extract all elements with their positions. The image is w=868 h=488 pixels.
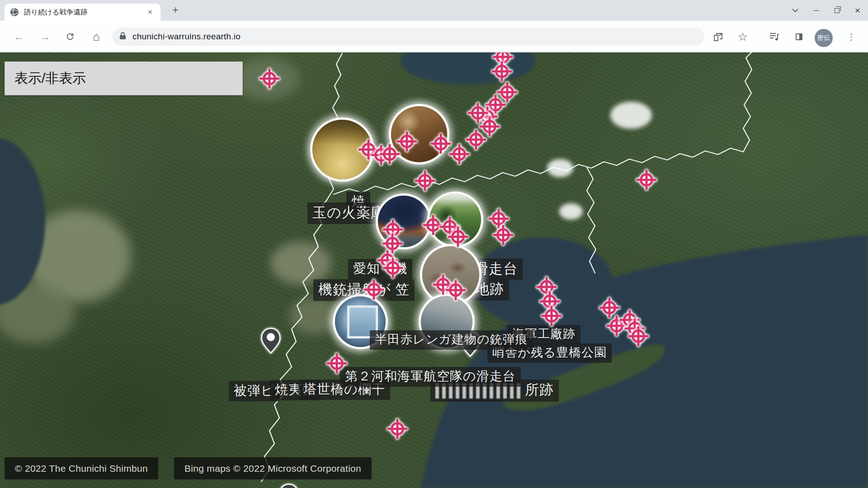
minimize-button[interactable] [806,0,826,21]
tab-title: 語り続ける戦争遺跡 [24,8,145,17]
attribution-chunichi: © 2022 The Chunichi Shimbun [5,457,158,479]
war-site-marker[interactable] [541,305,562,327]
globe-favicon-icon [10,8,19,17]
profile-avatar[interactable]: 密伝 [815,29,833,47]
attribution-bing: Bing maps © 2022 Microsoft Corporation [174,457,372,479]
restore-button[interactable] [826,0,847,21]
war-site-marker[interactable] [627,325,649,347]
war-site-marker[interactable] [492,224,514,246]
war-site-marker[interactable] [259,68,280,89]
tab-close-icon[interactable]: × [145,8,155,17]
war-site-marker[interactable] [491,61,513,82]
map-site-label-text: 第２河和海軍航空隊の滑走台 [345,369,516,383]
back-button[interactable]: ← [12,30,26,43]
war-site-marker[interactable] [448,143,470,165]
browser-tab[interactable]: 語り続ける戦争遺跡 × [5,4,160,21]
map-site-label-text: 被弾ピ [234,383,275,398]
browser-chrome: 語り続ける戦争遺跡 × + × ← → ⌂ [0,0,868,52]
tab-strip: 語り続ける戦争遺跡 × + × [0,0,868,21]
chevron-down-icon[interactable] [785,0,806,21]
bookmark-star-icon[interactable]: ☆ [735,29,750,44]
map-site-label[interactable]: 第２河和海軍航空隊の滑走台 [340,367,521,387]
war-site-marker[interactable] [382,257,404,279]
side-panel-icon[interactable] [791,29,807,44]
map-viewport[interactable]: 焼玉の火薬庫愛知 機機銃掃射が 笠滑走台地跡半田赤レンガ建物の銃弾痕海軍工廠跡哨… [0,0,868,488]
window-controls: × [785,0,868,21]
reload-button[interactable] [63,30,77,43]
browser-toolbar: ← → ⌂ chunichi-warruins.reearth.io ☆ 密伝 … [0,21,868,52]
war-site-marker[interactable] [379,143,401,165]
layer-visibility-toggle-label: 表示/非表示 [14,69,86,88]
browser-window: 焼玉の火薬庫愛知 機機銃掃射が 笠滑走台地跡半田赤レンガ建物の銃弾痕海軍工廠跡哨… [0,0,868,488]
map-pin[interactable] [261,328,281,354]
war-site-marker[interactable] [387,418,408,440]
home-button[interactable]: ⌂ [90,30,103,43]
lock-icon [119,32,126,42]
map-site-label-text: 半田赤レンガ建物の銃弾痕 [375,333,528,346]
media-controls-icon[interactable] [767,29,782,44]
menu-kebab-icon[interactable]: ⋮ [844,29,858,44]
share-icon[interactable] [711,29,726,44]
war-site-marker[interactable] [326,352,348,374]
url-text[interactable]: chunichi-warruins.reearth.io [132,32,241,42]
war-site-marker[interactable] [414,170,436,192]
map-site-label-text: 玉の火薬庫 [312,205,385,221]
layer-visibility-toggle[interactable]: 表示/非表示 [5,61,243,95]
map-site-label-text: 滑走台 [474,261,518,277]
war-site-marker[interactable] [363,279,385,300]
war-site-marker[interactable] [447,226,469,248]
map-site-label-text: 所跡 [525,382,554,398]
forward-button[interactable]: → [38,30,52,43]
window-close-button[interactable]: × [847,0,868,21]
map-site-label-text: 地跡 [475,281,504,297]
new-tab-button[interactable]: + [169,3,182,17]
address-bar[interactable]: chunichi-warruins.reearth.io [112,28,704,46]
map-site-label[interactable]: 半田赤レンガ建物の銃弾痕 [370,330,533,350]
war-site-marker[interactable] [636,169,657,191]
map-pin[interactable] [279,483,299,488]
war-site-marker[interactable] [445,279,467,301]
